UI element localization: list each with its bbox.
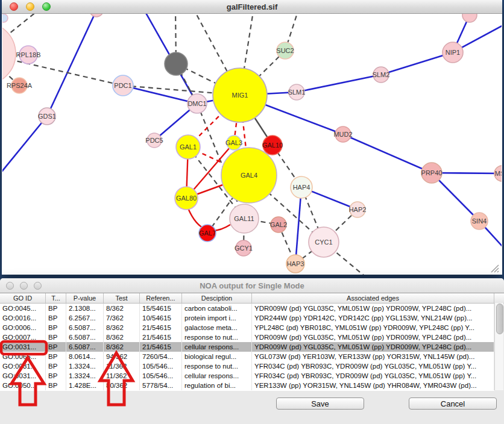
cell-p_value[interactable]: 2.1308...	[66, 304, 104, 313]
table-row[interactable]: GO:0007...BP6.5087...8/36221/54615respon…	[0, 332, 494, 342]
cell-assoc_edges[interactable]: YDR244W (pp) YDR142C, YDR142C (pp) YGL15…	[252, 313, 494, 323]
graph-edge[interactable]	[297, 75, 381, 92]
cell-test[interactable]: 11/362	[104, 361, 140, 371]
cell-description[interactable]: regulation of bi...	[182, 381, 252, 390]
cell-p_value[interactable]: 1.3324...	[66, 371, 104, 381]
cell-go_id[interactable]: GO:0065...	[0, 352, 46, 361]
cell-reference[interactable]: 15/54615	[140, 304, 182, 313]
cell-description[interactable]: response to nut...	[182, 332, 252, 342]
cell-go_id[interactable]: GO:0016...	[0, 313, 46, 323]
graph-edge[interactable]	[47, 14, 96, 116]
zoom-button[interactable]	[34, 282, 42, 290]
cell-p_value[interactable]: 6.5087...	[66, 323, 104, 332]
cell-type[interactable]: BP	[46, 352, 66, 361]
cell-test[interactable]: 8/362	[104, 304, 140, 313]
table-row[interactable]: GO:0065...BP8.0614...94/3627260/54...bio…	[0, 352, 494, 361]
minimize-button[interactable]	[26, 2, 34, 11]
cell-description[interactable]: galactose meta...	[182, 323, 252, 332]
cell-type[interactable]: BP	[46, 323, 66, 332]
node-tr[interactable]	[462, 14, 477, 22]
graph-edge[interactable]	[381, 52, 453, 75]
cell-type[interactable]: BP	[46, 332, 66, 342]
table-row[interactable]: GO:0031...BP6.5087...8/36221/54615cellul…	[0, 342, 494, 352]
table-row[interactable]: GO:0016...BP6.2567...7/36210/54615protei…	[0, 313, 494, 323]
table-row[interactable]: GO:0031...BP1.3324...11/362105/546...res…	[0, 361, 494, 371]
graph-window-titlebar[interactable]: galFiltered.sif	[2, 0, 502, 14]
graph-edge[interactable]	[2, 116, 47, 175]
graph-edge[interactable]	[295, 187, 301, 264]
cell-type[interactable]: BP	[46, 304, 66, 313]
cell-description[interactable]: carbon cataboli...	[182, 304, 252, 313]
cell-go_id[interactable]: GO:0006...	[0, 323, 46, 332]
cell-go_id[interactable]: GO:0045...	[0, 304, 46, 313]
cell-reference[interactable]: 10/54615	[140, 313, 182, 323]
cell-description[interactable]: response to nut...	[182, 361, 252, 371]
cell-p_value[interactable]: 6.5087...	[66, 342, 104, 352]
cell-assoc_edges[interactable]: YPL248C (pd) YBR018C, YML051W (pp) YDR00…	[252, 323, 494, 332]
close-button[interactable]	[6, 282, 14, 290]
cell-reference[interactable]: 21/54615	[140, 332, 182, 342]
cell-test[interactable]: 11/362	[104, 371, 140, 381]
cell-go_id[interactable]: GO:0031...	[0, 342, 46, 352]
cell-description[interactable]: biological regul...	[182, 352, 252, 361]
cell-go_id[interactable]: GO:0007...	[0, 332, 46, 342]
noa-window-titlebar[interactable]: NOA output for Single Mode	[0, 278, 504, 293]
cell-test[interactable]: 8/362	[104, 342, 140, 352]
cell-p_value[interactable]: 8.0614...	[66, 352, 104, 361]
cell-assoc_edges[interactable]: YER133W (pp) YOR315W, YNL145W (pd) YHR08…	[252, 381, 494, 390]
column-header-t-[interactable]: T...	[46, 293, 66, 303]
column-header-p-value[interactable]: P-value	[66, 293, 104, 303]
cell-assoc_edges[interactable]: YDR009W (pd) YGL035C, YML051W (pp) YDR00…	[252, 304, 494, 313]
save-button[interactable]: Save	[276, 398, 364, 410]
cell-test[interactable]: 8/362	[104, 323, 140, 332]
cell-go_id[interactable]: GO:0050...	[0, 381, 46, 390]
cell-go_id[interactable]: GO:0031...	[0, 361, 46, 371]
graph-edge[interactable]	[343, 134, 432, 173]
cell-reference[interactable]: 21/54615	[140, 323, 182, 332]
cell-type[interactable]: BP	[46, 313, 66, 323]
table-row[interactable]: GO:0045...BP2.1308...8/36215/54615carbon…	[0, 304, 494, 313]
cancel-button[interactable]: Cancel	[409, 398, 497, 410]
cell-description[interactable]: cellular respons...	[182, 342, 252, 352]
cell-assoc_edges[interactable]: YDR009W (pd) YGL035C, YML051W (pp) YDR00…	[252, 332, 494, 342]
cell-test[interactable]: 7/362	[104, 313, 140, 323]
node-tl[interactable]	[90, 14, 103, 17]
resize-grip[interactable]	[489, 263, 501, 273]
node-gray[interactable]	[165, 52, 187, 75]
cell-description[interactable]: cellular respons...	[182, 371, 252, 381]
cell-type[interactable]: BP	[46, 361, 66, 371]
zoom-button[interactable]	[42, 2, 51, 11]
column-header-test[interactable]: Test	[104, 293, 140, 303]
cell-type[interactable]: BP	[46, 342, 66, 352]
cell-type[interactable]: BP	[46, 371, 66, 381]
cell-reference[interactable]: 21/54615	[140, 342, 182, 352]
network-canvas[interactable]: RPL18BRPS24AGDS1PDC1PDC5DMC1MIG1SUC2SLM1…	[2, 14, 502, 275]
column-header-associated-edges[interactable]: Associated edges	[252, 293, 494, 303]
minimize-button[interactable]	[20, 282, 28, 290]
scrollbar-thumb[interactable]	[496, 304, 503, 334]
cell-test[interactable]: 80/362	[104, 381, 140, 390]
cell-assoc_edges[interactable]: YFR034C (pd) YBR093C, YDR009W (pd) YGL03…	[252, 361, 494, 371]
cell-p_value[interactable]: 1.3324...	[66, 361, 104, 371]
cell-p_value[interactable]: 6.5087...	[66, 332, 104, 342]
cell-description[interactable]: protein import i...	[182, 313, 252, 323]
table-row[interactable]: GO:0006...BP6.5087...8/36221/54615galact…	[0, 323, 494, 332]
cell-reference[interactable]: 7260/54...	[140, 352, 182, 361]
cell-test[interactable]: 94/362	[104, 352, 140, 361]
cell-reference[interactable]: 5778/54...	[140, 381, 182, 390]
cell-assoc_edges[interactable]: YGL073W (pd) YER103W, YER133W (pp) YOR31…	[252, 352, 494, 361]
cell-test[interactable]: 8/362	[104, 332, 140, 342]
cell-go_id[interactable]: GO:0031...	[0, 371, 46, 381]
column-header-desciption[interactable]: Desciption	[182, 293, 252, 303]
column-header-go-id[interactable]: GO ID	[0, 293, 46, 303]
table-scrollbar[interactable]	[494, 303, 503, 390]
cell-p_value[interactable]: 6.2567...	[66, 313, 104, 323]
close-button[interactable]	[10, 2, 18, 11]
column-header-referen-[interactable]: Referen...	[140, 293, 182, 303]
cell-assoc_edges[interactable]: YFR034C (pd) YBR093C, YDR009W (pd) YGL03…	[252, 371, 494, 381]
table-row[interactable]: GO:0050...BP1.428E...80/3625778/54...reg…	[0, 381, 494, 390]
cell-reference[interactable]: 105/546...	[140, 371, 182, 381]
cell-reference[interactable]: 105/546...	[140, 361, 182, 371]
cell-p_value[interactable]: 1.428E...	[66, 381, 104, 390]
node-corner[interactable]	[2, 14, 8, 22]
